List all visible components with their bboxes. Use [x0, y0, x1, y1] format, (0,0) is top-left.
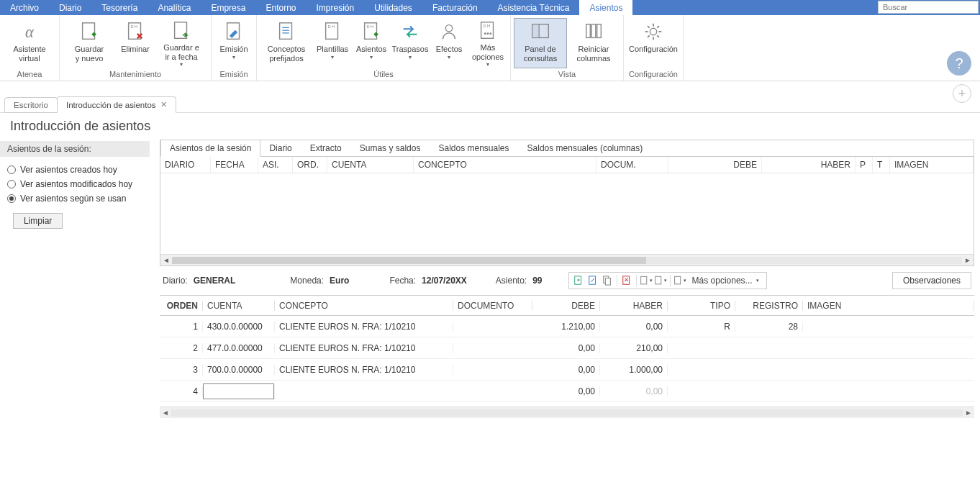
menu-empresa[interactable]: Empresa — [201, 0, 255, 15]
ribbon: αAsistente virtualAteneaGuardar y nuevoD… — [0, 15, 980, 81]
session-col-docum-[interactable]: DOCUM. — [596, 157, 668, 173]
doc-arrow-icon — [170, 20, 193, 42]
session-col-debe[interactable]: DEBE — [668, 157, 762, 173]
entry-row[interactable]: 3700.0.0.00000CLIENTE EUROS N. FRA: 1/10… — [160, 359, 974, 381]
clear-button[interactable]: Limpiar — [13, 213, 63, 229]
chevron-down-icon: ▾ — [331, 54, 334, 60]
ribbon-plantillas[interactable]: D HPlantillas ▾ — [313, 18, 352, 68]
entry-table: ORDEN CUENTA CONCEPTO DOCUMENTO DEBE HAB… — [160, 295, 974, 402]
col-documento: DOCUMENTO — [453, 301, 532, 311]
entry-row[interactable]: 40,000,00 — [160, 381, 974, 402]
ribbon-group-vista: Panel de consultasReiniciar columnasVist… — [511, 15, 624, 81]
menu-asistencia-t-cnica[interactable]: Asistencia Técnica — [488, 0, 580, 15]
inner-tab-diario[interactable]: Diario — [260, 140, 301, 156]
session-col-cuenta[interactable]: CUENTA — [327, 157, 414, 173]
session-col-fecha[interactable]: FECHA — [211, 157, 258, 173]
entry-table-header: ORDEN CUENTA CONCEPTO DOCUMENTO DEBE HAB… — [160, 296, 974, 316]
svg-text:α: α — [25, 23, 35, 41]
svg-text:D H: D H — [483, 24, 490, 28]
scroll-left-icon[interactable]: ◄ — [160, 256, 172, 264]
tool-delete-icon[interactable] — [620, 274, 633, 287]
tool-c-icon[interactable]: ▾ — [673, 274, 686, 287]
inner-tab-extracto[interactable]: Extracto — [301, 140, 351, 156]
observaciones-button[interactable]: Observaciones — [892, 272, 971, 289]
menu-tesorer-a[interactable]: Tesorería — [91, 0, 148, 15]
doc-tab-label: Escritorio — [14, 101, 48, 109]
doc-tab-introducci-n-de-asientos[interactable]: Introducción de asientos✕ — [57, 96, 176, 113]
side-panel-header: Asientos de la sesión: — [0, 141, 150, 157]
cuenta-input[interactable] — [203, 383, 274, 399]
ribbon-mas-opciones[interactable]: D HMás opciones ▾ — [468, 18, 507, 68]
inner-tab-sumas-y-saldos[interactable]: Sumas y saldos — [351, 140, 430, 156]
doc-dh-icon: D H — [360, 20, 383, 43]
svg-rect-21 — [591, 24, 596, 38]
ribbon-label: Configuración — [629, 45, 678, 54]
doc-tab-escritorio[interactable]: Escritorio — [4, 97, 58, 113]
content-area: Asientos de la sesiónDiarioExtractoSumas… — [157, 138, 980, 476]
svg-rect-19 — [533, 25, 539, 37]
menu-utilidades[interactable]: Utilidades — [364, 0, 422, 15]
session-col-p[interactable]: P — [856, 157, 873, 173]
session-col-t[interactable]: T — [873, 157, 890, 173]
help-icon[interactable]: ? — [947, 51, 971, 76]
ribbon-panel-consultas[interactable]: Panel de consultas — [514, 18, 567, 68]
entry-row[interactable]: 1430.0.0.00000CLIENTE EUROS N. FRA: 1/10… — [160, 316, 974, 337]
ribbon-emision[interactable]: Emisión ▾ — [214, 18, 253, 68]
scroll-track[interactable] — [172, 257, 962, 264]
ribbon-traspasos[interactable]: Traspasos ▾ — [391, 18, 430, 68]
tool-a-icon[interactable]: ▾ — [640, 274, 653, 287]
menu-entorno[interactable]: Entorno — [255, 0, 306, 15]
tool-new-icon[interactable] — [572, 274, 585, 287]
session-col-haber[interactable]: HABER — [762, 157, 856, 173]
search-input[interactable] — [878, 1, 979, 14]
entry-scrollbar[interactable]: ◄ ► — [160, 406, 974, 418]
scroll-left-icon[interactable]: ◄ — [160, 409, 171, 417]
svg-point-11 — [445, 25, 452, 32]
tool-edit-icon[interactable] — [586, 274, 599, 287]
session-col-diario[interactable]: DIARIO — [160, 157, 211, 173]
col-orden: ORDEN — [160, 301, 203, 311]
menu-facturaci-n[interactable]: Facturación — [422, 0, 488, 15]
col-haber: HABER — [600, 301, 668, 311]
session-col-ord-[interactable]: ORD. — [293, 157, 327, 173]
ribbon-group-label: Atenea — [3, 68, 56, 81]
ribbon-asistente-virtual[interactable]: αAsistente virtual — [3, 18, 56, 68]
menu-diario[interactable]: Diario — [49, 0, 91, 15]
session-scrollbar[interactable]: ◄ ► — [160, 254, 974, 265]
moneda-value: Euro — [330, 276, 349, 286]
tool-b-icon[interactable]: ▾ — [654, 274, 667, 287]
ribbon-reiniciar-columnas[interactable]: Reiniciar columnas — [567, 18, 620, 68]
menu-anal-tica[interactable]: Analítica — [148, 0, 201, 15]
close-icon[interactable]: ✕ — [160, 100, 167, 109]
ribbon-configuracion[interactable]: Configuración — [627, 18, 680, 68]
tool-copy-icon[interactable] — [601, 274, 614, 287]
session-col-asi-[interactable]: ASI. — [258, 157, 293, 173]
session-filter-radio-0[interactable]: Ver asientos creados hoy — [7, 163, 150, 177]
session-col-imagen[interactable]: IMAGEN — [890, 157, 974, 173]
add-tab-icon[interactable]: + — [953, 84, 971, 103]
session-col-concepto[interactable]: CONCEPTO — [414, 157, 596, 173]
scroll-right-icon[interactable]: ► — [963, 409, 974, 417]
entry-row[interactable]: 2477.0.0.00000CLIENTE EUROS N. FRA: 1/10… — [160, 337, 974, 359]
scroll-right-icon[interactable]: ► — [962, 256, 974, 264]
inner-tab-asientos-de-la-sesi-n[interactable]: Asientos de la sesión — [160, 140, 260, 157]
ribbon-group-mantenimiento: Guardar y nuevoD HEliminarGuardar e ir a… — [60, 15, 212, 81]
ribbon-label: Asientos — [356, 45, 386, 54]
menu-asientos[interactable]: Asientos — [579, 0, 632, 15]
session-filter-radio-2[interactable]: Ver asientos según se usan — [7, 191, 150, 206]
inner-tab-saldos-mensuales[interactable]: Saldos mensuales — [430, 140, 518, 156]
more-options-dropdown[interactable]: Más opciones... ▾ — [688, 276, 763, 286]
session-filter-radio-1[interactable]: Ver asientos modificados hoy — [7, 177, 150, 191]
cell-haber: 0,00 — [600, 386, 668, 396]
ribbon-efectos[interactable]: Efectos ▾ — [430, 18, 468, 68]
scroll-track[interactable] — [171, 409, 963, 417]
ribbon-eliminar[interactable]: D HEliminar — [116, 18, 155, 68]
ribbon-conceptos-prefijados[interactable]: Conceptos prefijados — [260, 18, 313, 68]
ribbon-asientos[interactable]: D HAsientos ▾ — [352, 18, 391, 68]
ribbon-guardar-nuevo[interactable]: Guardar y nuevo — [63, 18, 116, 68]
inner-tab-saldos-mensuales-columnas-[interactable]: Saldos mensuales (columnas) — [519, 140, 653, 156]
menu-archivo[interactable]: Archivo — [0, 0, 49, 15]
ribbon-guardar-ir-fecha[interactable]: Guardar e ir a fecha ▾ — [155, 18, 208, 68]
scroll-thumb[interactable] — [172, 257, 646, 264]
menu-impresi-n[interactable]: Impresión — [306, 0, 364, 15]
